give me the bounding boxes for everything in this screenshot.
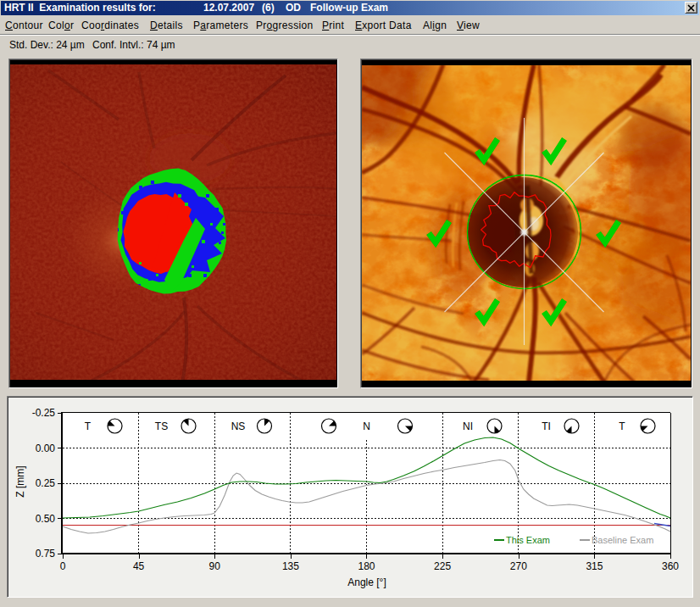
svg-text:NI: NI — [463, 420, 473, 432]
svg-text:TI: TI — [542, 420, 551, 432]
svg-text:Z [mm]: Z [mm] — [14, 465, 26, 497]
svg-text:NS: NS — [231, 420, 246, 432]
svg-text:315: 315 — [586, 560, 603, 572]
svg-text:135: 135 — [282, 560, 299, 572]
svg-text:225: 225 — [434, 560, 451, 572]
svg-text:0.50: 0.50 — [36, 513, 56, 525]
svg-text:Baseline Exam: Baseline Exam — [592, 535, 653, 545]
svg-text:-0.25: -0.25 — [32, 407, 56, 419]
svg-text:0.00: 0.00 — [36, 443, 56, 454]
svg-text:45: 45 — [133, 560, 145, 572]
svg-text:0.75: 0.75 — [36, 548, 56, 560]
svg-text:T: T — [85, 420, 92, 432]
svg-text:270: 270 — [510, 560, 527, 572]
svg-text:T: T — [619, 420, 625, 432]
svg-text:Angle [°]: Angle [°] — [347, 576, 386, 588]
svg-text:180: 180 — [358, 560, 375, 572]
svg-text:0: 0 — [60, 560, 66, 572]
svg-text:TS: TS — [155, 420, 168, 432]
svg-text:N: N — [363, 420, 370, 432]
svg-text:0.25: 0.25 — [36, 477, 56, 489]
svg-text:This Exam: This Exam — [506, 535, 550, 545]
svg-text:90: 90 — [209, 560, 221, 572]
svg-text:360: 360 — [662, 560, 679, 572]
